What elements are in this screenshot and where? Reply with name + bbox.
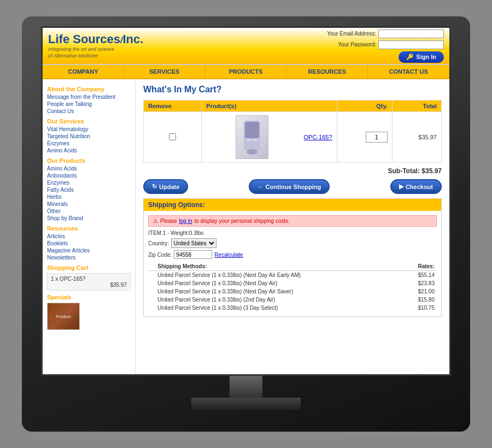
sidebar-section-company: About the Company	[47, 86, 131, 92]
key-icon: 🔑	[406, 54, 414, 61]
arrow-left-icon: ←	[257, 184, 263, 190]
sidebar-link-enzymes[interactable]: Enzymes	[47, 179, 131, 186]
alert-suffix: to display your personal shipping costs.	[194, 218, 290, 224]
sidebar-link-amino[interactable]: Amino Acids	[47, 165, 131, 172]
sidebar-link-herbs[interactable]: Herbs	[47, 193, 131, 201]
logo: Life Sources/Inc. Integrating the art an…	[48, 33, 143, 58]
recalculate-link[interactable]: Recalculate	[214, 252, 243, 258]
alert-text: Please	[160, 218, 177, 224]
zip-row: Zip Code: Recalculate	[148, 250, 437, 259]
refresh-icon: ↻	[152, 183, 157, 190]
svg-point-2	[247, 149, 257, 155]
shipping-title: Shipping Options:	[144, 199, 441, 211]
checkout-button[interactable]: ▶ Checkout	[390, 179, 442, 194]
nav-company[interactable]: COMPANY	[43, 65, 124, 78]
shipping-method-name-4: United Parcel Service (1 x 0.33lbs) (3 D…	[155, 304, 401, 312]
nav-resources[interactable]: RESOURCES	[286, 65, 368, 78]
shipping-rate-2: $21.00	[402, 287, 437, 296]
sidebar-section-products: Our Products	[47, 157, 131, 164]
nav-contact[interactable]: CONTACT US	[368, 65, 449, 78]
col-remove: Remove	[144, 101, 202, 112]
sidebar-link-newsletters[interactable]: Newsletters	[47, 254, 131, 261]
subtotal-label: Sub-Total:	[388, 167, 420, 175]
sidebar-link-enzymes-s[interactable]: Enzymes	[47, 140, 131, 147]
cart-table: Remove Product(s) Qty. Total	[143, 100, 442, 163]
logo-sub2: of Alternative Medicine	[48, 53, 143, 58]
sidebar-link-magazine[interactable]: Magazine Articles	[47, 247, 131, 254]
sidebar-section-cart: Shopping Cart	[47, 264, 131, 271]
sidebar-link-amino-s[interactable]: Amino Acids	[47, 147, 131, 154]
password-row: Your Password:	[327, 40, 444, 49]
item-info: ITEM:1 - Weight:0.3lbs	[148, 230, 437, 236]
shipping-row-2: United Parcel Service (1 x 0.33lbs) (Nex…	[148, 287, 437, 296]
main-layout: About the Company Message from the Presi…	[43, 79, 449, 374]
password-label: Your Password:	[338, 42, 376, 48]
sidebar-cart-box: 1 x OPC-165? $35.97	[47, 273, 131, 291]
password-input[interactable]	[378, 40, 444, 49]
sidebar-link-hematology[interactable]: Vital Hematology	[47, 126, 131, 133]
col-qty: Qty.	[337, 101, 392, 112]
shipping-radio-cell-1	[148, 279, 155, 287]
continue-label: Continue Shopping	[266, 184, 321, 190]
country-select[interactable]: United States	[171, 238, 216, 248]
email-label: Your Email Address:	[327, 31, 376, 37]
cart-remove-cell	[144, 112, 202, 163]
shipping-radio-cell-2	[148, 287, 155, 296]
country-row: Country: United States	[148, 238, 437, 248]
sidebar-link-fatty[interactable]: Fatty Acids	[47, 186, 131, 193]
screen: Life Sources/Inc. Integrating the art an…	[41, 26, 451, 376]
shipping-method-name-2: United Parcel Service (1 x 0.33lbs) (Nex…	[155, 287, 401, 296]
shipping-method-name-3: United Parcel Service (1 x 0.33lbs) (2nd…	[155, 296, 401, 304]
shipping-radio-cell-3	[148, 296, 155, 304]
product-image: OPC-165	[236, 115, 268, 159]
arrow-right-icon: ▶	[399, 183, 403, 190]
alert-bar: ⚠ Please log in to display your personal…	[148, 215, 437, 227]
shipping-rate-0: $55.14	[402, 271, 437, 280]
sidebar: About the Company Message from the Presi…	[43, 79, 136, 374]
sidebar-link-antioxidants[interactable]: Antioxidants	[47, 172, 131, 179]
nav-products[interactable]: PRODUCTS	[206, 65, 287, 78]
shipping-rate-1: $23.83	[402, 279, 437, 287]
product-link[interactable]: OPC-165?	[304, 134, 332, 140]
sidebar-link-president[interactable]: Message from the President	[47, 93, 131, 101]
qty-input[interactable]	[366, 132, 388, 143]
col-rate: Rates:	[402, 262, 437, 271]
zip-input[interactable]	[174, 250, 212, 259]
sidebar-cart-item: 1 x OPC-165?	[51, 276, 127, 282]
sidebar-link-nutrition[interactable]: Targeted Nutrition	[47, 133, 131, 140]
sidebar-link-brand[interactable]: Shop by Brand	[47, 215, 131, 222]
col-select	[148, 262, 155, 271]
sidebar-link-booklets[interactable]: Booklets	[47, 240, 131, 247]
header: Life Sources/Inc. Integrating the art an…	[43, 28, 449, 65]
shipping-method-name-0: United Parcel Service (1 x 0.33lbs) (Nex…	[155, 271, 401, 280]
signin-button[interactable]: 🔑 Sign In	[399, 51, 444, 63]
nav-services[interactable]: SERVICES	[124, 65, 206, 78]
sidebar-link-other[interactable]: Other	[47, 208, 131, 215]
cart-product-cell: OPC-165 OPC-165?	[202, 112, 337, 163]
nav-bar: COMPANY SERVICES PRODUCTS RESOURCES CONT…	[43, 65, 449, 79]
specials-image: Product	[47, 303, 80, 330]
email-input[interactable]	[378, 30, 444, 38]
remove-checkbox[interactable]	[169, 133, 176, 140]
logo-area: Life Sources/Inc. Integrating the art an…	[48, 33, 143, 58]
continue-shopping-button[interactable]: ← Continue Shopping	[249, 179, 330, 194]
sidebar-cart-total: $35.97	[51, 282, 127, 288]
shipping-row-3: United Parcel Service (1 x 0.33lbs) (2nd…	[148, 296, 437, 304]
website: Life Sources/Inc. Integrating the art an…	[43, 28, 449, 374]
monitor-stand-base	[191, 398, 301, 410]
sidebar-link-articles[interactable]: Articles	[47, 233, 131, 240]
shipping-row-4: United Parcel Service (1 x 0.33lbs) (3 D…	[148, 304, 437, 312]
shipping-rate-3: $15.80	[402, 296, 437, 304]
cart-total-cell: $35.97	[392, 112, 441, 163]
sidebar-link-contact[interactable]: Contact Us	[47, 108, 131, 115]
checkout-label: Checkout	[406, 184, 433, 190]
col-product: Product(s)	[202, 101, 337, 112]
login-area: Your Email Address: Your Password: 🔑 Sig…	[327, 30, 444, 63]
cart-qty-cell	[337, 112, 392, 163]
subtotal-row: Sub-Total: $35.97	[143, 167, 442, 175]
monitor: Life Sources/Inc. Integrating the art an…	[22, 16, 470, 432]
sidebar-link-talking[interactable]: People are Talking	[47, 101, 131, 108]
login-link[interactable]: log in	[179, 218, 192, 224]
sidebar-link-minerals[interactable]: Minerals	[47, 201, 131, 208]
update-button[interactable]: ↻ Update	[143, 179, 188, 194]
